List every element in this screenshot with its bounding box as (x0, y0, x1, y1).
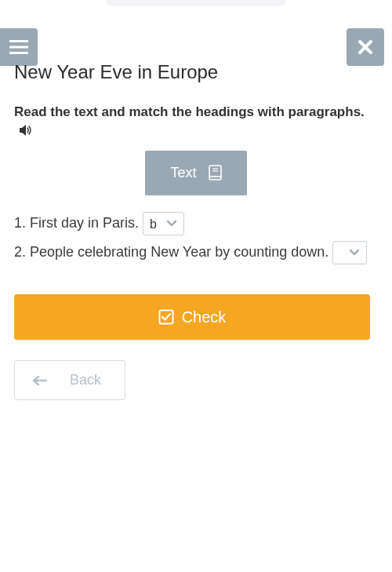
audio-icon[interactable] (19, 124, 33, 137)
arrow-left-icon (32, 375, 48, 386)
top-decoration (106, 0, 286, 6)
chevron-down-icon (346, 249, 366, 257)
main-content: New Year Eve in Europe Read the text and… (0, 61, 392, 400)
back-label: Back (70, 372, 101, 388)
svg-rect-0 (9, 40, 28, 42)
actions: Check Back (14, 294, 378, 400)
answer-select-2[interactable] (332, 241, 367, 264)
question-row-1: 1. First day in Paris. b (14, 211, 378, 235)
close-button[interactable] (347, 28, 384, 66)
question-number: 2. (14, 244, 26, 260)
svg-rect-1 (9, 46, 28, 49)
question-number: 1. (14, 215, 26, 231)
check-label: Check (182, 308, 227, 326)
hamburger-icon (9, 39, 28, 55)
select-value: b (143, 213, 163, 235)
chevron-down-icon (163, 220, 183, 228)
header-bar (0, 28, 392, 66)
close-icon (358, 39, 373, 55)
page-title: New Year Eve in Europe (14, 61, 378, 83)
text-button[interactable]: Text (145, 151, 246, 195)
book-icon (208, 165, 222, 180)
answer-select-1[interactable]: b (143, 212, 184, 235)
svg-rect-2 (9, 52, 28, 54)
text-button-wrap: Text (14, 151, 378, 195)
instruction-text: Read the text and match the headings wit… (14, 104, 378, 140)
question-row-2: 2. People celebrating New Year by counti… (14, 240, 378, 264)
check-icon (158, 309, 174, 325)
text-button-label: Text (170, 165, 196, 181)
check-button[interactable]: Check (14, 294, 370, 340)
question-text: First day in Paris. (30, 215, 139, 231)
back-button[interactable]: Back (14, 360, 125, 400)
instruction-label: Read the text and match the headings wit… (14, 104, 365, 119)
question-text: People celebrating New Year by counting … (30, 244, 328, 260)
menu-button[interactable] (0, 28, 38, 66)
